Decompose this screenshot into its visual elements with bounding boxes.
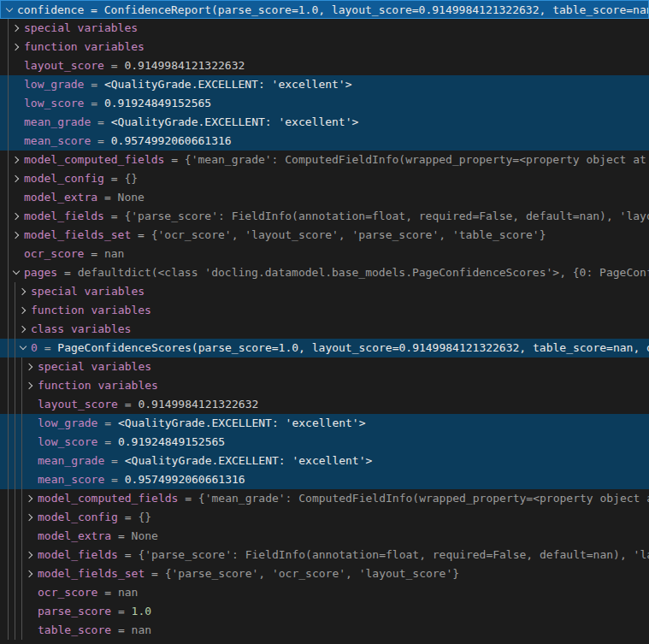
tree-row[interactable]: model_extra = None <box>0 527 649 546</box>
indent-guide <box>3 94 10 113</box>
equals-sign: = <box>97 586 117 599</box>
chevron-right-icon[interactable] <box>24 564 38 583</box>
variable-name: confidence <box>17 3 84 16</box>
indent-guide <box>17 489 24 508</box>
tree-row[interactable]: layout_score = 0.9149984121322632 <box>0 395 649 414</box>
tree-row[interactable]: 0 = PageConfidenceScores(parse_score=1.0… <box>0 339 649 357</box>
variable-name: model_fields_set <box>24 228 131 241</box>
indent-spacer <box>24 470 38 489</box>
indent-spacer <box>24 583 38 602</box>
chevron-right-icon[interactable] <box>10 151 24 169</box>
tree-row[interactable]: model_extra = None <box>0 188 649 207</box>
variable-name: model_extra <box>24 191 97 204</box>
chevron-down-icon[interactable] <box>17 339 31 357</box>
tree-row[interactable]: low_score = 0.91924849152565 <box>0 433 649 452</box>
chevron-right-icon[interactable] <box>24 508 38 527</box>
tree-row[interactable]: mean_grade = <QualityGrade.EXCELLENT: 'e… <box>0 113 649 132</box>
chevron-right-icon[interactable] <box>24 357 38 376</box>
indent-guide <box>3 320 10 339</box>
indent-guide <box>10 621 17 640</box>
indent-spacer <box>10 245 24 263</box>
tree-row[interactable]: ocr_score = nan <box>0 583 649 602</box>
tree-row[interactable]: function variables <box>0 301 649 320</box>
equals-sign: = <box>104 454 124 467</box>
equals-sign: = <box>104 59 124 72</box>
variable-name: ocr_score <box>38 586 97 599</box>
indent-guide <box>17 395 24 414</box>
indent-spacer <box>24 621 38 640</box>
variable-name: class variables <box>31 322 131 335</box>
equals-sign: = <box>84 247 103 260</box>
indent-guide <box>3 245 10 263</box>
indent-spacer <box>24 433 38 452</box>
variables-panel[interactable]: confidence = ConfidenceReport(parse_scor… <box>0 0 649 644</box>
chevron-right-icon[interactable] <box>24 546 38 564</box>
tree-row[interactable]: parse_score = 1.0 <box>0 602 649 621</box>
tree-row[interactable]: mean_grade = <QualityGrade.EXCELLENT: 'e… <box>0 452 649 470</box>
variable-name: model_computed_fields <box>38 492 178 505</box>
chevron-right-icon[interactable] <box>10 38 24 56</box>
variable-value: PageConfidenceScores(parse_score=1.0, la… <box>57 341 649 354</box>
chevron-right-icon[interactable] <box>10 207 24 226</box>
tree-row[interactable]: model_computed_fields = {'mean_grade': C… <box>0 489 649 508</box>
indent-guide <box>3 546 10 564</box>
tree-row[interactable]: low_grade = <QualityGrade.EXCELLENT: 'ex… <box>0 414 649 433</box>
variable-name: mean_score <box>38 473 104 486</box>
tree-row[interactable]: model_fields = {'parse_score': FieldInfo… <box>0 207 649 226</box>
indent-guide <box>10 602 17 621</box>
indent-guide <box>3 263 10 282</box>
tree-row[interactable]: table_score = nan <box>0 621 649 640</box>
indent-spacer <box>24 414 38 433</box>
chevron-right-icon[interactable] <box>17 301 31 320</box>
variable-value: 0.91924849152565 <box>104 97 211 109</box>
tree-row[interactable]: layout_score = 0.9149984121322632 <box>0 56 649 75</box>
tree-row[interactable]: low_grade = <QualityGrade.EXCELLENT: 'ex… <box>0 75 649 94</box>
tree-row[interactable]: special variables <box>0 19 649 38</box>
tree-row[interactable]: model_config = {} <box>0 508 649 527</box>
chevron-right-icon[interactable] <box>17 282 31 301</box>
tree-row[interactable]: low_score = 0.91924849152565 <box>0 94 649 113</box>
equals-sign: = <box>164 153 184 166</box>
tree-row[interactable]: model_fields = {'parse_score': FieldInfo… <box>0 546 649 564</box>
chevron-right-icon[interactable] <box>24 376 38 395</box>
variable-name: model_fields_set <box>38 567 145 580</box>
indent-spacer <box>10 132 24 151</box>
indent-guide <box>17 583 24 602</box>
tree-row[interactable]: mean_score = 0.9574992060661316 <box>0 132 649 151</box>
chevron-down-icon[interactable] <box>10 263 24 282</box>
equals-sign: = <box>111 605 131 617</box>
tree-row[interactable]: model_fields_set = {'parse_score', 'ocr_… <box>0 564 649 583</box>
chevron-right-icon[interactable] <box>10 169 24 188</box>
tree-row[interactable]: mean_score = 0.9574992060661316 <box>0 470 649 489</box>
equals-sign: = <box>84 78 103 91</box>
variable-name: function variables <box>38 379 158 392</box>
indent-guide <box>10 527 17 546</box>
equals-sign: = <box>118 548 138 561</box>
variable-value: ConfidenceReport(parse_score=1.0, layout… <box>104 3 649 16</box>
tree-row[interactable]: class variables <box>0 320 649 339</box>
tree-row[interactable]: pages = defaultdict(<class 'docling.data… <box>0 263 649 282</box>
variable-value: nan <box>104 247 124 260</box>
tree-row[interactable]: function variables <box>0 376 649 395</box>
variable-value: None <box>132 529 158 542</box>
chevron-right-icon[interactable] <box>24 489 38 508</box>
tree-row[interactable]: special variables <box>0 282 649 301</box>
tree-row[interactable]: model_config = {} <box>0 169 649 188</box>
chevron-right-icon[interactable] <box>10 226 24 245</box>
variable-name: model_extra <box>38 529 111 542</box>
tree-row[interactable]: model_fields_set = {'ocr_score', 'layout… <box>0 226 649 245</box>
tree-row[interactable]: ocr_score = nan <box>0 245 649 263</box>
tree-row[interactable]: function variables <box>0 38 649 56</box>
chevron-right-icon[interactable] <box>10 19 24 38</box>
tree-row[interactable]: confidence = ConfidenceReport(parse_scor… <box>0 0 649 19</box>
tree-row[interactable]: special variables <box>0 357 649 376</box>
indent-guide <box>3 301 10 320</box>
indent-guide <box>3 188 10 207</box>
variable-name: special variables <box>38 360 151 373</box>
chevron-right-icon[interactable] <box>17 320 31 339</box>
chevron-down-icon[interactable] <box>3 1 17 19</box>
tree-row[interactable]: model_computed_fields = {'mean_grade': C… <box>0 151 649 169</box>
variable-name: mean_grade <box>38 454 104 467</box>
variable-name: pages <box>24 266 57 279</box>
indent-spacer <box>24 602 38 621</box>
